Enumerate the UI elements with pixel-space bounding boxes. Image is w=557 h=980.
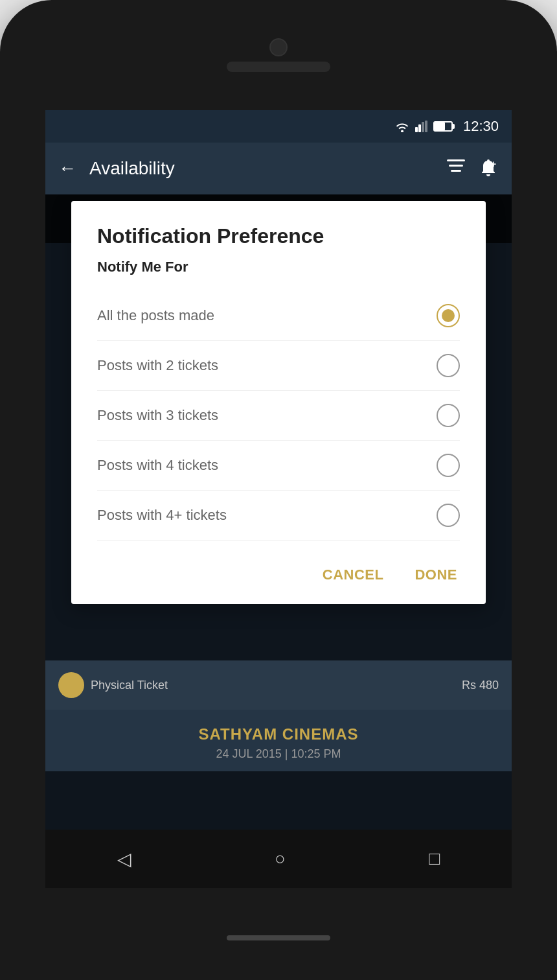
ticket-info-row: Physical Ticket Rs 480 xyxy=(45,660,512,710)
radio-label-4plus: Posts with 4+ tickets xyxy=(97,507,227,524)
radio-label-3tickets: Posts with 3 tickets xyxy=(97,407,218,424)
radio-label-4tickets: Posts with 4 tickets xyxy=(97,457,218,474)
dialog-title: Notification Preference xyxy=(97,224,460,248)
radio-option-3tickets[interactable]: Posts with 3 tickets xyxy=(97,391,460,441)
svg-rect-1 xyxy=(418,124,421,132)
radio-label-2tickets: Posts with 2 tickets xyxy=(97,357,218,374)
app-bar-actions: + xyxy=(447,159,499,178)
dialog-actions: CANCEL DONE xyxy=(97,556,460,589)
svg-rect-6 xyxy=(451,170,461,172)
notification-add-icon[interactable]: + xyxy=(478,159,499,178)
notification-preference-dialog: Notification Preference Notify Me For Al… xyxy=(71,201,486,604)
svg-rect-2 xyxy=(422,122,424,132)
phone-bottom xyxy=(0,888,557,980)
ticket-avatar xyxy=(58,672,84,698)
back-button[interactable]: ← xyxy=(58,158,76,179)
svg-rect-5 xyxy=(449,165,463,167)
radio-circle-2tickets xyxy=(437,354,460,377)
svg-rect-4 xyxy=(447,159,465,161)
radio-circle-all xyxy=(437,304,460,327)
radio-option-4tickets[interactable]: Posts with 4 tickets xyxy=(97,441,460,491)
app-bar: ← Availability + xyxy=(45,143,512,194)
radio-circle-4tickets xyxy=(437,454,460,477)
dialog-subtitle: Notify Me For xyxy=(97,259,460,275)
ticket-type: Physical Ticket xyxy=(58,672,168,698)
radio-option-all[interactable]: All the posts made xyxy=(97,291,460,341)
status-bar: 12:30 xyxy=(45,110,512,143)
cinema-section: SATHYAM CINEMAS 24 JUL 2015 | 10:25 PM xyxy=(45,710,512,771)
wifi-icon xyxy=(394,121,410,132)
nav-bar: ◁ ○ □ xyxy=(45,830,512,888)
radio-option-4plus[interactable]: Posts with 4+ tickets xyxy=(97,491,460,541)
cancel-button[interactable]: CANCEL xyxy=(320,561,387,589)
done-button[interactable]: DONE xyxy=(412,561,460,589)
filter-icon[interactable] xyxy=(447,159,465,174)
nav-back-button[interactable]: ◁ xyxy=(117,848,131,870)
front-camera xyxy=(269,38,288,56)
ticket-type-label: Physical Ticket xyxy=(91,679,168,692)
phone-top xyxy=(0,0,557,110)
radio-circle-3tickets xyxy=(437,404,460,427)
battery-icon xyxy=(433,121,453,132)
earpiece-speaker xyxy=(227,62,330,72)
home-indicator xyxy=(227,935,330,940)
status-time: 12:30 xyxy=(463,118,499,135)
cinema-name: SATHYAM CINEMAS xyxy=(58,725,499,743)
nav-recents-button[interactable]: □ xyxy=(429,848,440,869)
svg-rect-0 xyxy=(415,127,418,132)
app-bar-title: Availability xyxy=(89,158,447,179)
nav-home-button[interactable]: ○ xyxy=(275,848,286,869)
phone-device: 12:30 ← Availability + xyxy=(0,0,557,980)
cinema-date: 24 JUL 2015 | 10:25 PM xyxy=(58,747,499,761)
svg-text:+: + xyxy=(491,159,496,169)
phone-screen: 12:30 ← Availability + xyxy=(45,110,512,888)
signal-icon xyxy=(415,121,428,132)
radio-circle-4plus xyxy=(437,504,460,527)
radio-label-all: All the posts made xyxy=(97,307,214,324)
svg-rect-3 xyxy=(425,121,427,132)
background-content: THE HOBBIT : BATTLE OF FIVE ARIMES Notif… xyxy=(45,194,512,830)
ticket-price: Rs 480 xyxy=(462,679,499,692)
radio-option-2tickets[interactable]: Posts with 2 tickets xyxy=(97,341,460,391)
